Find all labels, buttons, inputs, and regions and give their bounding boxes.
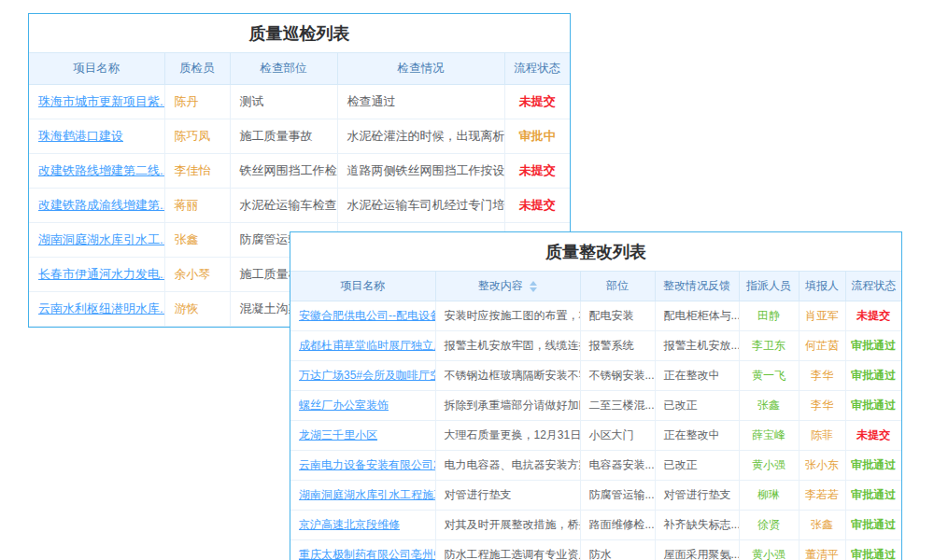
project-link[interactable]: 珠海鹤港口建设 bbox=[38, 129, 123, 143]
table-row: 珠海鹤港口建设陈巧凤施工质量事故水泥砼灌注的时候，出现离析现象审批中 bbox=[29, 119, 570, 154]
content-cell: 防水工程施工选调有专业资质... bbox=[435, 540, 580, 560]
status-cell: 审批通过 bbox=[845, 361, 901, 391]
rectify-col-content-label: 整改内容 bbox=[478, 279, 523, 292]
reporter-cell: 张鑫 bbox=[799, 511, 845, 540]
project-link[interactable]: 长春市伊通河水力发电... bbox=[38, 267, 164, 281]
sort-asc-icon bbox=[530, 281, 537, 286]
part-cell: 小区大门 bbox=[580, 421, 655, 451]
assignee-cell: 黄小强 bbox=[739, 540, 799, 560]
project-link[interactable]: 云南水利枢纽潜明水库... bbox=[38, 301, 164, 315]
project-cell: 云南水利枢纽潜明水库... bbox=[29, 292, 164, 327]
inspector-cell: 陈丹 bbox=[164, 85, 230, 119]
assignee-cell: 黄小强 bbox=[739, 451, 799, 481]
reporter-cell: 张小东 bbox=[799, 451, 845, 481]
inspection-panel-title: 质量巡检列表 bbox=[29, 14, 570, 52]
feedback-cell: 已改正 bbox=[655, 391, 739, 421]
project-cell: 改建铁路线增建第二线... bbox=[29, 154, 164, 189]
project-link[interactable]: 云南电力设备安装有限公司20... bbox=[299, 458, 435, 471]
content-cell: 对管进行垫支 bbox=[435, 481, 580, 511]
status-cell: 审批通过 bbox=[845, 451, 901, 481]
content-cell: 报警主机安放牢固，线缆连接... bbox=[435, 331, 580, 361]
content-cell: 拆除到承重墙部分请做好加固... bbox=[435, 391, 580, 421]
inspector-cell: 陈巧凤 bbox=[164, 119, 230, 154]
feedback-cell: 报警主机安放... bbox=[655, 331, 739, 361]
table-row: 湖南洞庭湖水库引水工程施工1...对管进行垫支防腐管运输...对管进行垫支柳琳李… bbox=[290, 481, 901, 511]
rectify-header-row: 项目名称 整改内容 部位 整改情况反馈 指派人员 填报人 流程状态 bbox=[290, 272, 901, 301]
part-cell: 配电安装 bbox=[580, 301, 655, 331]
project-cell: 湖南洞庭湖水库引水工程施工1... bbox=[290, 481, 435, 511]
project-link[interactable]: 改建铁路成渝线增建第... bbox=[38, 198, 164, 212]
rectify-col-reporter: 填报人 bbox=[799, 272, 845, 301]
project-cell: 京沪高速北京段维修 bbox=[290, 511, 435, 540]
reporter-cell: 肖亚军 bbox=[799, 301, 845, 331]
part-cell: 铁丝网围挡工作检查 bbox=[230, 154, 337, 189]
rectify-panel-title: 质量整改列表 bbox=[290, 232, 901, 271]
part-cell: 防腐管运输... bbox=[580, 481, 655, 511]
feedback-cell: 已改正 bbox=[655, 451, 739, 481]
situation-cell: 道路两侧铁丝网围挡工作按设计... bbox=[337, 154, 504, 189]
project-link[interactable]: 湖南洞庭湖水库引水工程施工1... bbox=[299, 488, 435, 501]
feedback-cell: 配电柜柜体与... bbox=[655, 301, 739, 331]
status-cell: 未提交 bbox=[845, 301, 901, 331]
rectify-col-content[interactable]: 整改内容 bbox=[435, 272, 580, 301]
project-link[interactable]: 珠海市城市更新项目紫... bbox=[38, 94, 164, 108]
situation-cell: 检查通过 bbox=[337, 85, 504, 119]
feedback-cell: 补齐缺失标志... bbox=[655, 511, 739, 540]
sort-icon[interactable] bbox=[530, 281, 537, 292]
project-cell: 成都杜甫草堂临时展厅独立展... bbox=[290, 331, 435, 361]
part-cell: 报警系统 bbox=[580, 331, 655, 361]
feedback-cell: 屋面采用聚氨... bbox=[655, 540, 739, 560]
status-cell: 未提交 bbox=[504, 154, 570, 189]
part-cell: 水泥砼运输车检查 bbox=[230, 189, 337, 223]
inspection-col-status: 流程状态 bbox=[504, 53, 570, 85]
reporter-cell: 李华 bbox=[799, 391, 845, 421]
inspection-col-project: 项目名称 bbox=[29, 53, 164, 85]
part-cell: 防水 bbox=[580, 540, 655, 560]
rectify-table: 项目名称 整改内容 部位 整改情况反馈 指派人员 填报人 流程状态 安徽合肥供电… bbox=[290, 271, 901, 560]
status-cell: 审批通过 bbox=[845, 331, 901, 361]
project-cell: 安徽合肥供电公司--配电设备... bbox=[290, 301, 435, 331]
project-link[interactable]: 螺丝厂办公室装饰 bbox=[299, 399, 389, 412]
status-cell: 审批通过 bbox=[845, 391, 901, 421]
table-row: 改建铁路成渝线增建第...蒋丽水泥砼运输车检查水泥砼运输车司机经过专门培训...… bbox=[29, 189, 570, 223]
status-cell: 未提交 bbox=[845, 421, 901, 451]
project-link[interactable]: 安徽合肥供电公司--配电设备... bbox=[299, 309, 435, 322]
part-cell: 电容器安装... bbox=[580, 451, 655, 481]
project-cell: 珠海鹤港口建设 bbox=[29, 119, 164, 154]
reporter-cell: 李若若 bbox=[799, 481, 845, 511]
rectify-table-body: 安徽合肥供电公司--配电设备...安装时应按施工图的布置，将...配电安装配电柜… bbox=[290, 301, 901, 560]
table-row: 安徽合肥供电公司--配电设备...安装时应按施工图的布置，将...配电安装配电柜… bbox=[290, 301, 901, 331]
situation-cell: 水泥砼运输车司机经过专门培训... bbox=[337, 189, 504, 223]
project-link[interactable]: 湖南洞庭湖水库引水工... bbox=[38, 232, 164, 246]
project-cell: 重庆太极制药有限公司亳州中... bbox=[290, 540, 435, 560]
project-cell: 云南电力设备安装有限公司20... bbox=[290, 451, 435, 481]
project-link[interactable]: 万达广场35#会所及咖啡厅空... bbox=[299, 369, 435, 382]
reporter-cell: 董清平 bbox=[799, 540, 845, 560]
project-link[interactable]: 成都杜甫草堂临时展厅独立展... bbox=[299, 339, 435, 352]
project-link[interactable]: 改建铁路线增建第二线... bbox=[38, 163, 164, 177]
status-cell: 审批通过 bbox=[845, 481, 901, 511]
project-link[interactable]: 龙湖三千里小区 bbox=[299, 428, 377, 441]
reporter-cell: 何芷茵 bbox=[799, 331, 845, 361]
assignee-cell: 李卫东 bbox=[739, 331, 799, 361]
status-cell: 未提交 bbox=[504, 189, 570, 223]
table-row: 成都杜甫草堂临时展厅独立展...报警主机安放牢固，线缆连接...报警系统报警主机… bbox=[290, 331, 901, 361]
assignee-cell: 张鑫 bbox=[739, 391, 799, 421]
assignee-cell: 徐贤 bbox=[739, 511, 799, 540]
project-link[interactable]: 重庆太极制药有限公司亳州中... bbox=[299, 548, 435, 560]
table-row: 改建铁路线增建第二线...李佳怡铁丝网围挡工作检查道路两侧铁丝网围挡工作按设计.… bbox=[29, 154, 570, 189]
rectify-col-assignee: 指派人员 bbox=[739, 272, 799, 301]
project-cell: 万达广场35#会所及咖啡厅空... bbox=[290, 361, 435, 391]
project-link[interactable]: 京沪高速北京段维修 bbox=[299, 518, 400, 531]
content-cell: 对其及时开展整改措施，桥头... bbox=[435, 511, 580, 540]
inspector-cell: 余小琴 bbox=[164, 258, 230, 292]
rectify-col-part: 部位 bbox=[580, 272, 655, 301]
content-cell: 不锈钢边框玻璃隔断安装不牢... bbox=[435, 361, 580, 391]
situation-cell: 水泥砼灌注的时候，出现离析现象 bbox=[337, 119, 504, 154]
status-cell: 未提交 bbox=[504, 85, 570, 119]
part-cell: 测试 bbox=[230, 85, 337, 119]
assignee-cell: 田静 bbox=[739, 301, 799, 331]
assignee-cell: 黄一飞 bbox=[739, 361, 799, 391]
status-cell: 审批通过 bbox=[845, 540, 901, 560]
table-row: 京沪高速北京段维修对其及时开展整改措施，桥头...路面维修检...补齐缺失标志.… bbox=[290, 511, 901, 540]
